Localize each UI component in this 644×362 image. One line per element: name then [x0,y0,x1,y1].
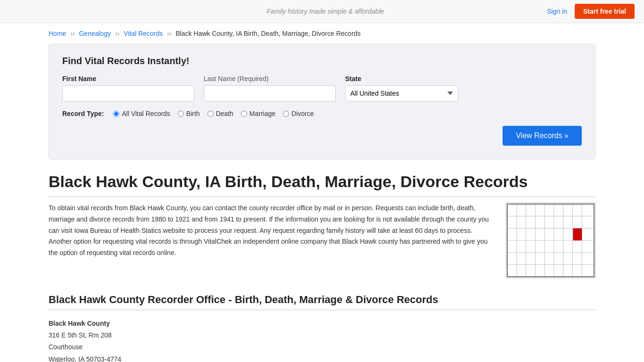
iowa-map [506,203,595,280]
tagline: Family history made simple & affordable [104,8,547,15]
last-name-field-group: Last Name (Required) [204,75,336,101]
record-type-label-all: All Vital Records [122,110,170,117]
record-type-birth[interactable]: Birth [178,110,200,117]
record-type-label-divorce: Divorce [291,110,314,117]
top-bar: Family history made simple & affordable … [0,0,644,23]
first-name-input[interactable] [62,85,194,101]
record-type-label-marriage: Marriage [249,110,275,117]
main-content: Find Vital Records Instantly! First Name… [39,44,605,362]
state-select[interactable]: All United StatesAlabamaAlaskaArizonaArk… [345,85,458,101]
breadcrumb-sep1: ›› [70,30,74,37]
record-type-radio-group: All Vital RecordsBirthDeathMarriageDivor… [113,110,314,117]
last-name-label: Last Name (Required) [204,75,336,82]
address-line2: Courthouse [49,341,595,353]
breadcrumb-sep2: ›› [115,30,119,37]
search-box: Find Vital Records Instantly! First Name… [49,44,595,159]
breadcrumb-home[interactable]: Home [49,30,66,37]
record-type-label: Record Type: [62,110,104,117]
address-line1: 316 E 5th St, Rm 208 [49,329,595,341]
article-text: To obtain vital records from Black Hawk … [49,203,492,280]
top-bar-actions: Sign in Start free trial [547,4,635,19]
first-name-label: First Name [62,75,194,82]
start-trial-button[interactable]: Start free trial [575,4,635,19]
section2-heading: Black Hawk County Recorder Office - Birt… [49,294,595,310]
last-name-input[interactable] [204,85,336,101]
state-label: State [345,75,458,82]
search-fields: First Name Last Name (Required) State Al… [62,75,582,101]
record-type-label-death: Death [216,110,233,117]
svg-rect-14 [573,228,582,240]
record-type-row: Record Type: All Vital RecordsBirthDeath… [62,110,582,117]
breadcrumb-current: Black Hawk County, IA Birth, Death, Marr… [175,30,361,37]
record-type-marriage[interactable]: Marriage [241,110,275,117]
view-records-button[interactable]: View Records » [503,126,582,146]
record-type-divorce[interactable]: Divorce [283,110,314,117]
record-type-all[interactable]: All Vital Records [113,110,170,117]
breadcrumb-vital-records[interactable]: Vital Records [124,30,163,37]
page-title: Black Hawk County, IA Birth, Death, Marr… [49,173,595,197]
state-field-group: State All United StatesAlabamaAlaskaAriz… [345,75,458,101]
address-name: Black Hawk County [49,318,595,329]
record-type-death[interactable]: Death [207,110,233,117]
breadcrumb-genealogy[interactable]: Genealogy [79,30,111,37]
address-line3: Waterloo, IA 50703-4774 [49,354,595,362]
sign-in-link[interactable]: Sign in [547,8,567,15]
breadcrumb: Home ›› Genealogy ›› Vital Records ›› Bl… [39,23,605,44]
record-type-label-birth: Birth [186,110,200,117]
breadcrumb-sep3: ›› [167,30,171,37]
address-block: Black Hawk County 316 E 5th St, Rm 208 C… [49,318,595,362]
article-section: To obtain vital records from Black Hawk … [49,203,595,280]
first-name-field-group: First Name [62,75,194,101]
search-title: Find Vital Records Instantly! [62,56,582,66]
